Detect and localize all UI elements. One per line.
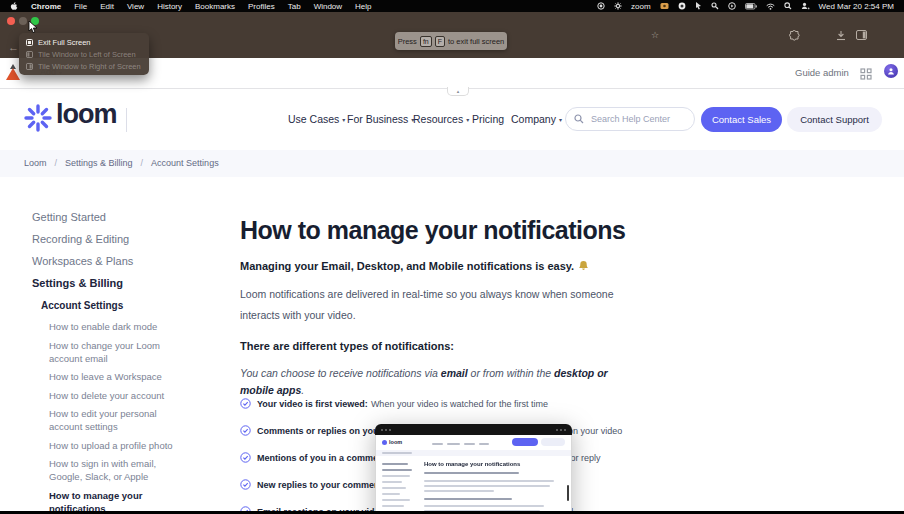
minimize-window-button	[19, 17, 27, 25]
chevron-down-icon: ▾	[559, 117, 562, 123]
nav-resources[interactable]: Resources▾	[413, 113, 469, 125]
admin-avatar[interactable]	[884, 64, 898, 78]
toast-press: Press	[398, 37, 417, 46]
zoom-menu-label[interactable]: zoom	[631, 2, 651, 11]
battery-icon	[745, 3, 757, 10]
back-button[interactable]: ←	[8, 41, 19, 53]
article-main: How to manage your notifications Managin…	[240, 204, 664, 399]
check-circle-icon	[240, 452, 251, 463]
loom-status-icon[interactable]	[678, 2, 686, 10]
menubar-clock[interactable]: Wed Mar 20 2:54 PM	[819, 2, 894, 11]
loom-logo-icon[interactable]	[24, 104, 52, 136]
mouse-cursor	[28, 20, 38, 38]
article-subtitle: Managing your Email, Desktop, and Mobile…	[240, 260, 664, 272]
menu-profiles[interactable]: Profiles	[248, 2, 275, 11]
loom-wordmark[interactable]: loom	[56, 99, 117, 130]
nav-pricing[interactable]: Pricing	[472, 113, 504, 125]
menu-view[interactable]: View	[127, 2, 144, 11]
nav-for-business[interactable]: For Business▾	[347, 113, 414, 125]
search-input[interactable]	[589, 113, 693, 125]
check-circle-icon	[240, 398, 251, 409]
f-keycap: F	[435, 36, 445, 47]
menu-window[interactable]: Window	[314, 2, 342, 11]
menubar-app-name[interactable]: Chrome	[31, 2, 61, 11]
macos-menubar: Chrome File Edit View History Bookmarks …	[0, 0, 904, 12]
breadcrumb: Loom / Settings & Billing / Account Sett…	[24, 158, 219, 168]
download-icon[interactable]	[836, 30, 846, 41]
checklist-item-first-viewed: Your video is first viewed:When your vid…	[240, 398, 548, 409]
article-screenshot-image: loom How to manage your notifications	[375, 424, 572, 514]
help-center-search[interactable]	[565, 107, 695, 131]
sidebar-item-getting-started[interactable]: Getting Started	[32, 211, 212, 223]
collapse-admin-bar-button[interactable]: ▴	[447, 87, 469, 96]
key-icon[interactable]	[711, 2, 719, 10]
menu-item-tile-right: Tile Window to Right of Screen	[19, 60, 149, 72]
apps-grid-icon[interactable]	[860, 66, 872, 84]
spotlight-search-icon[interactable]	[784, 2, 792, 10]
header-divider	[126, 108, 127, 132]
check-circle-icon	[240, 425, 251, 436]
page-title: How to manage your notifications	[240, 216, 664, 245]
sidebar-item-settings-billing[interactable]: Settings & Billing	[32, 277, 212, 289]
play-circle-icon[interactable]	[728, 2, 736, 10]
mini-contact-support-pill	[541, 438, 565, 446]
toast-rest: to exit full screen	[448, 37, 504, 46]
sidebar-article-delete-account[interactable]: How to delete your account	[49, 389, 189, 402]
breadcrumb-account-settings[interactable]: Account Settings	[151, 158, 219, 168]
nav-company[interactable]: Company▾	[511, 113, 562, 125]
extensions-puzzle-icon[interactable]	[789, 30, 800, 41]
guide-admin-label[interactable]: Guide admin	[795, 67, 849, 78]
search-icon	[574, 114, 584, 124]
mini-breadcrumb-band	[376, 450, 571, 456]
breadcrumb-separator: /	[55, 158, 58, 168]
screenshot-window-titlebar	[375, 424, 572, 435]
record-icon[interactable]	[597, 2, 605, 10]
breadcrumb-loom[interactable]: Loom	[24, 158, 47, 168]
menu-help[interactable]: Help	[355, 2, 371, 11]
close-window-button[interactable]	[7, 17, 15, 25]
menu-edit[interactable]: Edit	[100, 2, 114, 11]
menu-item-exit-full-screen[interactable]: Exit Full Screen	[19, 36, 149, 48]
fullscreen-toast: Press fn F to exit full screen	[395, 32, 507, 50]
chevron-down-icon: ▾	[342, 117, 345, 123]
wifi-icon[interactable]	[766, 3, 775, 10]
apple-icon[interactable]	[10, 2, 18, 11]
types-note: You can choose to receive notifications …	[240, 365, 644, 399]
types-heading: There are different types of notificatio…	[240, 340, 664, 352]
menu-bookmarks[interactable]: Bookmarks	[195, 2, 235, 11]
user-switch-icon[interactable]	[801, 2, 810, 10]
bookmark-star-icon[interactable]: ☆	[651, 30, 659, 40]
menu-tab[interactable]: Tab	[288, 2, 301, 11]
sidebar-article-profile-photo[interactable]: How to upload a profile photo	[49, 439, 189, 452]
bell-icon	[578, 260, 589, 272]
mini-contact-sales-pill	[512, 438, 538, 446]
mini-loom-logo: loom	[382, 439, 402, 445]
side-panel-icon[interactable]	[856, 30, 867, 40]
nav-use-cases[interactable]: Use Cases▾	[288, 113, 345, 125]
window-context-menu: Exit Full Screen Tile Window to Left of …	[19, 33, 149, 75]
breadcrumb-separator: /	[141, 158, 144, 168]
breadcrumb-settings-billing[interactable]: Settings & Billing	[65, 158, 133, 168]
chevron-down-icon: ▾	[466, 117, 469, 123]
fn-keycap: fn	[420, 36, 432, 47]
menu-file[interactable]: File	[74, 2, 87, 11]
screenshot-page: loom How to manage your notifications	[375, 435, 572, 514]
contact-sales-button[interactable]: Contact Sales	[701, 107, 782, 132]
menu-history[interactable]: History	[157, 2, 182, 11]
screen-capture-icon[interactable]	[660, 2, 669, 10]
menu-item-tile-left: Tile Window to Left of Screen	[19, 48, 149, 60]
sidebar-item-workspaces-plans[interactable]: Workspaces & Plans	[32, 255, 212, 267]
sidebar-item-account-settings[interactable]: Account Settings	[41, 300, 212, 311]
contact-support-button[interactable]: Contact Support	[787, 107, 882, 132]
article-sidebar: Getting Started Recording & Editing Work…	[32, 211, 212, 514]
sidebar-article-edit-settings[interactable]: How to edit your personal account settin…	[49, 407, 189, 433]
sidebar-article-dark-mode[interactable]: How to enable dark mode	[49, 320, 189, 333]
sidebar-item-recording-editing[interactable]: Recording & Editing	[32, 233, 212, 245]
mini-article-title: How to manage your notifications	[424, 461, 520, 467]
check-circle-icon	[240, 479, 251, 490]
sidebar-article-change-email[interactable]: How to change your Loom account email	[49, 339, 189, 365]
sidebar-article-sign-in[interactable]: How to sign in with email, Google, Slack…	[49, 457, 189, 483]
gear-icon[interactable]	[614, 2, 622, 10]
sidebar-article-leave-workspace[interactable]: How to leave a Workspace	[49, 370, 189, 383]
pointer-icon[interactable]	[695, 2, 702, 10]
